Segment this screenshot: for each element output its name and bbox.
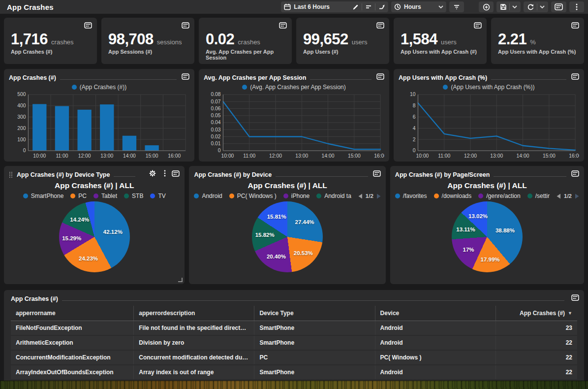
legend-item-PC[interactable]: PC: [70, 193, 87, 199]
error-name-link[interactable]: ArrayIndexOutOfBoundsException: [11, 365, 134, 380]
error-name-link[interactable]: ArithmeticException: [11, 335, 134, 350]
svg-text:10: 10: [410, 92, 416, 97]
pie-legend: SmartPhonePCTabletSTBTV: [9, 192, 180, 200]
error-name-link[interactable]: ConcurrentModificationException: [11, 350, 134, 365]
kpi-card-users-with-crash-pct[interactable]: 2.21% App Users with App Crash (%): [491, 18, 584, 64]
kpi-label: App Crashes (#): [11, 49, 90, 55]
chart-legend: (App Users with App Crash (%)): [399, 83, 579, 92]
widgets-gallery-button[interactable]: [551, 1, 566, 12]
legend-item-Android[interactable]: Android: [194, 193, 222, 199]
kebab-icon[interactable]: [164, 170, 166, 177]
pie-slice-percentage: 42.12%: [103, 229, 123, 235]
widget-icon[interactable]: [84, 22, 92, 29]
time-range-control[interactable]: Last 6 Hours: [281, 1, 388, 12]
widget-icon[interactable]: [279, 22, 287, 29]
panel-app-crashes-bar[interactable]: App Crashes (#) (App Crashes (#)) 010020…: [4, 69, 194, 162]
kpi-card-app-users[interactable]: 99,652users App Users (#): [296, 18, 389, 64]
widget-icon[interactable]: [182, 73, 189, 80]
legend-item-/favorites[interactable]: /favorites: [395, 193, 427, 199]
error-name-link[interactable]: FileNotFoundException: [11, 321, 134, 335]
resize-handle[interactable]: [178, 278, 183, 282]
widget-icon[interactable]: [373, 170, 381, 177]
kpi-card-app-sessions[interactable]: 98,708sessions App Sessions (#): [101, 18, 194, 64]
line-chart[interactable]: 00.010.020.030.040.050.060.070.0810:0011…: [204, 92, 384, 160]
pager-next-icon[interactable]: [376, 194, 381, 199]
panel-crashes-by-device[interactable]: App Crashes (#) by Device App Crashes (#…: [189, 166, 385, 284]
pie-circle[interactable]: 27.44%20.53%20.40%15.82%15.81%: [252, 201, 323, 272]
pager-next-icon[interactable]: [575, 194, 579, 199]
chevron-down-icon[interactable]: [540, 5, 545, 8]
granularity-select[interactable]: Hours: [391, 1, 446, 12]
kpi-label: Avg. App Crashes per App Session: [206, 49, 285, 61]
pie-subtitle: App Crashes (#) | ALL: [395, 180, 579, 192]
kpi-card-avg-crashes-per-session[interactable]: 0.02crashes Avg. App Crashes per App Ses…: [199, 18, 292, 64]
pie-chart[interactable]: 38.88%17.99%17%13.11%13.02%: [395, 200, 579, 275]
widget-icon[interactable]: [172, 170, 180, 177]
save-button[interactable]: [496, 1, 521, 12]
legend-item-STB[interactable]: STB: [124, 193, 143, 199]
column-header-apperrorname[interactable]: apperrorname: [11, 306, 134, 321]
widget-icon[interactable]: [571, 170, 579, 177]
panel-crashes-by-page-screen[interactable]: App Crashes (#) by Page/Screen App Crash…: [390, 166, 584, 284]
align-lines-icon[interactable]: [365, 4, 372, 10]
legend-item-Tablet[interactable]: Tablet: [93, 193, 117, 199]
svg-text:500: 500: [17, 92, 26, 97]
svg-text:11:00: 11:00: [243, 153, 255, 159]
panel-avg-crashes-line[interactable]: Avg. App Crashes per App Session (Avg. A…: [199, 69, 389, 162]
column-header-app-crashes-[interactable]: App Crashes (#)▼: [495, 306, 577, 321]
more-options-button[interactable]: [569, 1, 584, 12]
add-widget-button[interactable]: [479, 1, 494, 12]
widget-icon[interactable]: [376, 73, 384, 80]
column-header-device[interactable]: Device: [375, 306, 495, 321]
legend-item-Android ta[interactable]: Android ta: [316, 193, 351, 199]
pie-chart[interactable]: 42.12%24.23%15.29%14.24%: [9, 200, 180, 275]
legend-item-PC( Windows )[interactable]: PC( Windows ): [229, 193, 277, 199]
column-header-apperrordescription[interactable]: apperrordescription: [134, 306, 254, 321]
pie-slice-percentage: 27.44%: [295, 219, 314, 225]
legend-item-/genre/action[interactable]: /genre/action: [478, 193, 520, 199]
panel-title: App Crashes (#) by Device: [194, 171, 272, 178]
legend-item-/downloads[interactable]: /downloads: [434, 193, 472, 199]
widget-icon[interactable]: [571, 22, 579, 29]
pie-circle[interactable]: 42.12%24.23%15.29%14.24%: [59, 201, 130, 272]
column-header-device-type[interactable]: Device Type: [254, 306, 375, 321]
pager-prev-icon[interactable]: [557, 194, 561, 199]
legend-item-SmartPhone[interactable]: SmartPhone: [23, 193, 64, 199]
pie-chart[interactable]: 27.44%20.53%20.40%15.82%15.81%: [194, 200, 380, 275]
legend-label: STB: [132, 193, 143, 199]
kpi-card-app-crashes[interactable]: 1,716crashes App Crashes (#): [4, 18, 97, 64]
widget-icon[interactable]: [571, 294, 579, 301]
legend-item-TV[interactable]: TV: [150, 193, 165, 199]
pager-prev-icon[interactable]: [358, 194, 363, 199]
kpi-value: 98,708: [108, 31, 154, 48]
refresh-button[interactable]: [524, 1, 548, 12]
line-chart[interactable]: 024681010:0011:0012:0013:0014:0015:0016:…: [399, 92, 579, 160]
table-cell: File not found in the specified director…: [134, 321, 254, 335]
legend-item-iPhone[interactable]: iPhone: [283, 193, 309, 199]
panel-title: App Crashes (#): [9, 74, 56, 81]
panel-crashes-by-device-type[interactable]: App Crashes (#) by Device Type App Crash…: [4, 166, 185, 284]
legend-item-/settir[interactable]: /settir: [527, 193, 550, 199]
bar-chart[interactable]: 010020030040050010:0011:0012:0013:0014:0…: [9, 92, 189, 160]
kpi-unit: sessions: [157, 38, 182, 46]
panel-users-crash-pct-line[interactable]: App Users with App Crash (%) (App Users …: [394, 69, 584, 162]
widget-icon[interactable]: [474, 22, 482, 29]
gear-icon[interactable]: [149, 170, 156, 177]
widget-icon[interactable]: [376, 22, 384, 29]
edit-time-range-icon[interactable]: [352, 4, 359, 10]
kpi-card-users-with-crash-count[interactable]: 1,584users App Users with App Crash (#): [394, 18, 487, 64]
divider: [537, 3, 537, 10]
divider: [114, 176, 135, 177]
chevron-down-icon[interactable]: [512, 5, 517, 8]
table-row: FileNotFoundExceptionFile not found in t…: [11, 321, 577, 335]
svg-text:0.06: 0.06: [211, 106, 220, 111]
divider: [60, 79, 177, 80]
filter-button[interactable]: [449, 1, 464, 12]
panel-crashes-table[interactable]: App Crashes (#) apperrornameapperrordesc…: [4, 290, 584, 389]
widget-icon[interactable]: [571, 73, 579, 80]
jump-to-latest-icon[interactable]: [378, 4, 385, 10]
drag-handle-icon[interactable]: [9, 171, 13, 178]
pie-circle[interactable]: 38.88%17.99%17%13.11%13.02%: [452, 201, 523, 272]
widget-icon[interactable]: [182, 22, 189, 29]
divider: [494, 176, 566, 177]
